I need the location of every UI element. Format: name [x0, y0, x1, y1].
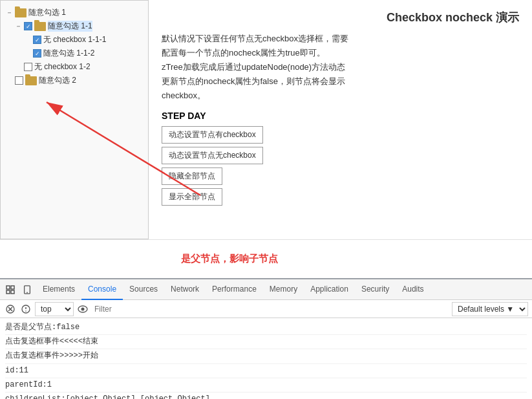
- toggle-1-1-1: [24, 36, 33, 44]
- pause-icon[interactable]: [19, 303, 32, 316]
- tab-network-label: Network: [171, 285, 199, 294]
- tree-node-1-2[interactable]: 无 checkbox 1-2: [15, 60, 143, 74]
- content-panel: Checkbox nocheck 演示 默认情况下设置任何节点无checkbox…: [149, 0, 532, 239]
- tab-application[interactable]: Application: [304, 279, 355, 300]
- tab-application-label: Application: [310, 285, 348, 294]
- tree-node-1[interactable]: － 随意勾选 1: [6, 6, 143, 19]
- tab-console[interactable]: Console: [81, 279, 123, 300]
- tab-sources-label: Sources: [129, 285, 158, 294]
- desc-line2: 配置每一个节点的nocheck属性为true即可。: [162, 48, 325, 58]
- main-area: － 随意勾选 1 － 随意勾选 1-1 无 checkbox: [0, 0, 532, 239]
- folder-icon-2: [25, 76, 37, 85]
- toggle-1-2: [15, 63, 24, 71]
- tab-memory-label: Memory: [270, 285, 297, 294]
- console-line-5: childrenList:[object Object],[object Obj…: [5, 393, 527, 399]
- tab-sources[interactable]: Sources: [123, 279, 164, 300]
- devtools-toolbar: top Default levels ▼: [0, 300, 532, 318]
- console-line-2: 点击复选框事件>>>>>开始: [5, 349, 527, 363]
- tree-node-2[interactable]: 随意勾选 2: [6, 74, 143, 87]
- checkbox-1-1-2[interactable]: [33, 49, 41, 58]
- console-line-3: id:11: [5, 364, 527, 378]
- tab-network[interactable]: Network: [164, 279, 206, 300]
- annotation-text: 是父节点，影响子节点: [181, 253, 278, 265]
- svg-point-13: [25, 310, 27, 312]
- tree-children-1: － 随意勾选 1-1 无 checkbox 1-1-1: [15, 19, 143, 74]
- devtools-tabs: Elements Console Sources Network Perform…: [0, 279, 532, 300]
- tree-node-1-1[interactable]: － 随意勾选 1-1: [15, 19, 143, 33]
- tree-panel: － 随意勾选 1 － 随意勾选 1-1 无 checkbox: [0, 0, 149, 239]
- btn-remove-checkbox[interactable]: 动态设置节点无checkbox: [162, 147, 263, 164]
- button-group: 动态设置节点有checkbox 动态设置节点无checkbox 隐藏全部节点 显…: [162, 126, 519, 206]
- tab-memory[interactable]: Memory: [263, 279, 304, 300]
- toggle-1-1[interactable]: －: [15, 21, 24, 31]
- svg-point-15: [81, 307, 85, 310]
- clear-icon[interactable]: [4, 303, 17, 316]
- svg-point-7: [27, 292, 28, 293]
- filter-input[interactable]: [92, 305, 449, 314]
- tab-elements-label: Elements: [43, 285, 75, 294]
- tab-security[interactable]: Security: [355, 279, 396, 300]
- node-label-1-1: 随意勾选 1-1: [48, 21, 92, 32]
- toggle-1[interactable]: －: [6, 8, 15, 17]
- console-line-1: 点击复选框事件<<<<<结束: [5, 335, 527, 349]
- toggle-2: [6, 77, 15, 85]
- levels-select[interactable]: Default levels ▼: [452, 302, 528, 316]
- tree-node-1-1-1[interactable]: 无 checkbox 1-1-1: [24, 33, 143, 47]
- desc-line4: 更新节点的nocheck属性为false，则节点将会显示: [162, 76, 345, 86]
- checkbox-1-2[interactable]: [24, 63, 32, 71]
- tree-children-1-1: 无 checkbox 1-1-1 随意勾选 1-1-2: [24, 33, 143, 60]
- node-label-1-1-1: 无 checkbox 1-1-1: [43, 34, 106, 45]
- tab-security-label: Security: [361, 285, 389, 294]
- svg-rect-3: [11, 286, 14, 289]
- btn-hide-all[interactable]: 隐藏全部节点: [162, 167, 222, 185]
- btn-set-checkbox[interactable]: 动态设置节点有checkbox: [162, 126, 263, 144]
- toggle-1-1-2: [24, 50, 33, 58]
- node-label-1-2: 无 checkbox 1-2: [34, 61, 90, 72]
- tree-node-1-1-2[interactable]: 随意勾选 1-1-2: [24, 47, 143, 60]
- node-label-2: 随意勾选 2: [39, 75, 76, 86]
- desc-line5: checkbox。: [162, 91, 206, 100]
- checkbox-2[interactable]: [15, 76, 23, 85]
- tab-performance[interactable]: Performance: [206, 279, 263, 300]
- devtools: Elements Console Sources Network Perform…: [0, 278, 532, 399]
- page-title: Checkbox nocheck 演示: [162, 10, 519, 25]
- console-output: 是否是父节点:false 点击复选框事件<<<<<结束 点击复选框事件>>>>>…: [0, 318, 532, 399]
- step-day: STEP DAY: [162, 111, 519, 121]
- node-label-1-1-2: 随意勾选 1-1-2: [43, 48, 94, 59]
- tab-audits-label: Audits: [402, 285, 423, 294]
- desc-line3: zTree加载完成后通过updateNode(node)方法动态: [162, 62, 345, 72]
- checkbox-1-1[interactable]: [24, 22, 32, 30]
- console-line-4: parentId:1: [5, 378, 527, 393]
- btn-show-all[interactable]: 显示全部节点: [162, 188, 222, 206]
- checkbox-1-1-1[interactable]: [33, 36, 41, 44]
- svg-rect-2: [6, 286, 10, 289]
- context-select[interactable]: top: [35, 302, 74, 316]
- folder-icon-1-1: [34, 22, 46, 31]
- device-icon[interactable]: [19, 282, 35, 297]
- tab-audits[interactable]: Audits: [396, 279, 430, 300]
- folder-icon-1: [15, 8, 27, 17]
- tab-elements[interactable]: Elements: [36, 279, 81, 300]
- desc-line1: 默认情况下设置任何节点无checkbox选择框，需要: [162, 34, 348, 43]
- tab-performance-label: Performance: [212, 285, 257, 294]
- annotation-area: 是父节点，影响子节点: [0, 239, 532, 278]
- svg-rect-5: [11, 290, 14, 294]
- svg-rect-4: [6, 290, 10, 294]
- console-line-0: 是否是父节点:false: [5, 321, 527, 335]
- node-label-1: 随意勾选 1: [28, 7, 66, 18]
- tab-console-label: Console: [88, 285, 116, 294]
- inspect-icon[interactable]: [3, 282, 18, 297]
- description: 默认情况下设置任何节点无checkbox选择框，需要 配置每一个节点的noche…: [162, 32, 519, 103]
- eye-icon[interactable]: [76, 303, 89, 316]
